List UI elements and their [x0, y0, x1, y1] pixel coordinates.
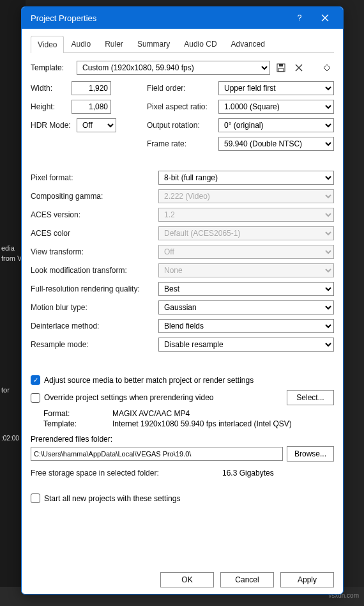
- tab-video[interactable]: Video: [31, 36, 64, 53]
- match-icon: [322, 63, 331, 72]
- x-icon: [295, 64, 303, 72]
- match-media-button[interactable]: [320, 61, 334, 75]
- format-label: Format:: [43, 409, 112, 418]
- override-label: Override project settings when prerender…: [44, 393, 213, 402]
- close-button[interactable]: [312, 8, 338, 27]
- tab-audio[interactable]: Audio: [64, 35, 98, 52]
- delete-template-button[interactable]: [292, 61, 306, 75]
- tab-bar: Video Audio Ruler Summary Audio CD Advan…: [31, 35, 334, 53]
- width-input[interactable]: [72, 81, 111, 95]
- svg-rect-1: [279, 64, 283, 66]
- par-select[interactable]: 1.0000 (Square): [218, 100, 334, 114]
- gamma-label: Compositing gamma:: [31, 192, 158, 201]
- look-label: Look modification transform:: [31, 266, 158, 275]
- start-all-checkbox[interactable]: [31, 493, 40, 503]
- folder-input[interactable]: [31, 447, 283, 461]
- tab-ruler[interactable]: Ruler: [98, 35, 130, 52]
- template-label: Template:: [31, 63, 73, 72]
- height-input[interactable]: [72, 100, 111, 114]
- aces-color-select: Default (ACES2065-1): [158, 226, 334, 240]
- hdr-select[interactable]: Off: [77, 118, 116, 132]
- project-properties-dialog: Project Properties ? Video Audio Ruler S…: [21, 6, 344, 594]
- rotation-select[interactable]: 0° (original): [218, 118, 334, 132]
- start-all-label: Start all new projects with these settin…: [44, 494, 180, 503]
- field-order-select[interactable]: Upper field first: [218, 81, 334, 95]
- close-icon: [321, 14, 329, 22]
- resample-label: Resample mode:: [31, 340, 158, 349]
- render-q-select[interactable]: Best: [158, 282, 334, 296]
- resample-select[interactable]: Disable resample: [158, 338, 334, 352]
- rotation-label: Output rotation:: [147, 121, 218, 130]
- template-select[interactable]: Custom (1920x1080, 59.940 fps): [77, 61, 270, 75]
- aces-ver-label: ACES version:: [31, 210, 158, 219]
- dialog-footer: OK Cancel Apply: [22, 566, 343, 594]
- ok-button[interactable]: OK: [160, 572, 214, 587]
- deint-label: Deinterlace method:: [31, 322, 158, 330]
- floppy-icon: [277, 63, 285, 72]
- titlebar: Project Properties ?: [22, 7, 343, 29]
- apply-button[interactable]: Apply: [280, 572, 334, 587]
- help-button[interactable]: ?: [287, 8, 312, 27]
- fps-select[interactable]: 59.940 (Double NTSC): [218, 137, 334, 151]
- view-xform-label: View transform:: [31, 247, 158, 256]
- fps-label: Frame rate:: [147, 139, 218, 148]
- prerender-template-value: Internet 1920x1080 59.940 fps interlaced…: [112, 419, 334, 428]
- tab-summary[interactable]: Summary: [130, 35, 177, 52]
- adjust-source-checkbox[interactable]: [31, 375, 40, 385]
- motion-blur-select[interactable]: Gaussian: [158, 300, 334, 315]
- field-order-label: Field order:: [147, 84, 218, 93]
- adjust-source-label: Adjust source media to better match proj…: [44, 376, 254, 385]
- view-xform-select: Off: [158, 245, 334, 259]
- pixel-format-label: Pixel format:: [31, 173, 158, 182]
- tab-advanced[interactable]: Advanced: [224, 35, 272, 52]
- dialog-title: Project Properties: [31, 13, 287, 23]
- folder-label: Prerendered files folder:: [31, 435, 334, 444]
- pixel-format-select[interactable]: 8-bit (full range): [158, 171, 334, 185]
- render-q-label: Full-resolution rendering quality:: [31, 284, 158, 293]
- par-label: Pixel aspect ratio:: [147, 102, 218, 111]
- look-select: None: [158, 263, 334, 277]
- save-template-button[interactable]: [274, 61, 288, 75]
- height-label: Height:: [31, 102, 72, 111]
- width-label: Width:: [31, 84, 72, 93]
- cancel-button[interactable]: Cancel: [220, 572, 274, 587]
- browse-button[interactable]: Browse...: [287, 446, 334, 462]
- override-checkbox[interactable]: [31, 393, 40, 403]
- hdr-label: HDR Mode:: [31, 121, 77, 130]
- freespace-value: 16.3 Gigabytes: [222, 469, 274, 478]
- format-value: MAGIX AVC/AAC MP4: [112, 409, 334, 418]
- deint-select[interactable]: Blend fields: [158, 319, 334, 333]
- select-button[interactable]: Select...: [287, 390, 334, 405]
- tab-audio-cd[interactable]: Audio CD: [177, 35, 224, 52]
- freespace-label: Free storage space in selected folder:: [31, 469, 222, 478]
- svg-rect-2: [278, 68, 284, 72]
- aces-ver-select: 1.2: [158, 208, 334, 222]
- motion-blur-label: Motion blur type:: [31, 303, 158, 312]
- aces-color-label: ACES color: [31, 229, 158, 238]
- gamma-select: 2.222 (Video): [158, 189, 334, 203]
- prerender-template-label: Template:: [43, 419, 112, 428]
